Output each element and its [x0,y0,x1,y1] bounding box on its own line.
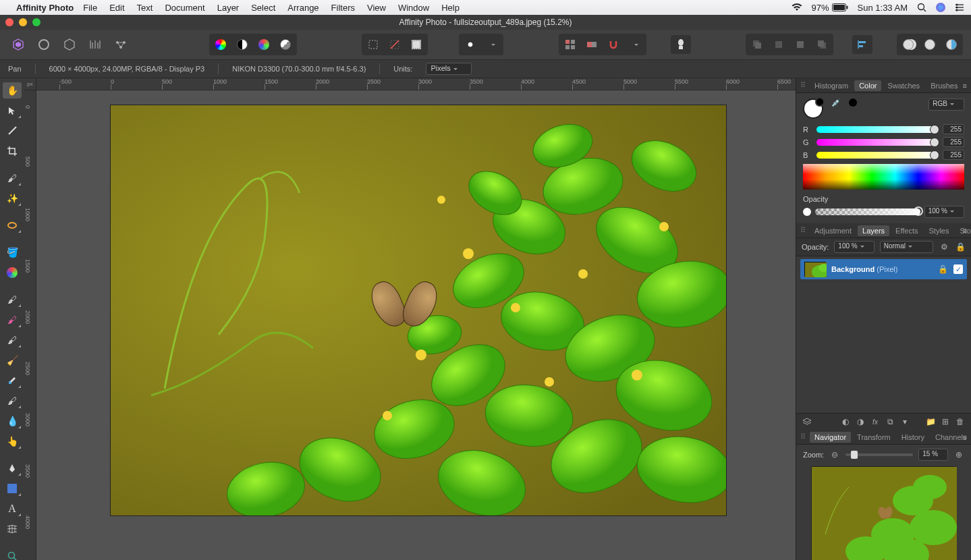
panel-grip-icon[interactable]: ⠿ [800,226,806,235]
adjustment-layer-icon[interactable]: ◑ [855,416,866,427]
paint-mixer-tool[interactable]: 🖌 [3,312,22,328]
move-forward-icon[interactable] [790,35,810,54]
align-left-icon[interactable] [852,35,872,54]
gradient-tool[interactable] [3,264,22,281]
recently-used-color[interactable] [849,99,857,107]
diagonal-icon[interactable] [385,35,405,54]
menu-text[interactable]: Text [137,3,153,13]
move-back-icon[interactable] [747,35,767,54]
assistant-icon[interactable] [671,35,691,54]
green-value[interactable]: 255 [943,137,964,147]
selection-brush-tool[interactable]: 🖌 [3,170,22,186]
tab-swatches[interactable]: Swatches [883,80,924,91]
color-spectrum[interactable] [803,164,964,190]
window-maximize-button[interactable] [32,18,40,26]
tab-layers[interactable]: Layers [858,225,889,236]
zoom-out-icon[interactable]: ⊖ [829,449,840,460]
canvas-viewport[interactable] [36,90,796,560]
marquee-tool[interactable] [3,217,22,233]
eyedropper-icon[interactable]: 💉 [831,99,841,107]
color-chooser-icon[interactable] [211,35,231,54]
panel-grip-icon[interactable]: ⠿ [800,81,806,90]
menu-view[interactable]: View [367,3,386,13]
opacity-slider[interactable] [815,208,920,215]
photo-persona-icon[interactable] [8,35,28,54]
liquify-persona-icon[interactable] [34,35,54,54]
menu-select[interactable]: Select [251,3,275,13]
pixel-grid-icon[interactable] [582,35,602,54]
panel-grip-icon[interactable]: ⠿ [800,432,806,441]
menu-layer[interactable]: Layer [217,3,240,13]
tab-adjustment[interactable]: Adjustment [810,225,856,236]
add-layer-icon[interactable]: ⊞ [940,416,951,427]
menu-window[interactable]: Window [398,3,429,13]
zoom-tool[interactable] [3,548,22,560]
vertical-ruler[interactable]: 05001000150020002500300035004000 [24,90,36,560]
flood-select-tool[interactable]: ✨ [3,190,22,206]
tab-history[interactable]: History [897,432,929,443]
units-select[interactable]: Pixels [426,63,471,75]
zoom-slider[interactable] [845,453,913,456]
horizontal-ruler[interactable]: -500050010001500200025003000350040004500… [36,78,796,90]
blend-mode-select[interactable]: Normal [880,241,933,253]
foreground-color-swatch[interactable] [803,99,823,119]
move-tool[interactable] [3,103,22,119]
siri-icon[interactable] [936,3,945,12]
export-persona-icon[interactable] [111,35,131,54]
menu-filters[interactable]: Filters [331,3,355,13]
tab-transform[interactable]: Transform [852,432,895,443]
mesh-warp-tool[interactable] [3,521,22,537]
red-value[interactable]: 255 [943,124,964,134]
layer-lock-icon[interactable]: 🔒 [955,242,966,252]
red-slider[interactable] [816,126,937,133]
snapping-dropdown[interactable] [625,35,645,54]
green-slider[interactable] [816,139,937,146]
add-shape-icon[interactable] [898,35,918,54]
grayscale-icon[interactable] [232,35,252,54]
zoom-value[interactable]: 15 % [918,449,948,461]
subtract-shape-icon[interactable] [920,35,940,54]
grid-toggle-icon[interactable] [560,35,580,54]
notification-center-icon[interactable] [955,3,964,11]
rectangle-tool[interactable] [3,480,22,497]
tab-navigator[interactable]: Navigator [810,432,851,443]
auto-levels-icon[interactable] [460,35,480,54]
background-color-swatch[interactable] [815,97,825,107]
tab-effects[interactable]: Effects [891,225,922,236]
auto-dropdown[interactable] [482,35,502,54]
layer-visible-checkbox[interactable]: ✓ [953,264,963,274]
layer-row[interactable]: Background (Pixel) 🔒 ✓ [800,259,967,279]
zoom-in-icon[interactable]: ⊕ [953,449,964,460]
layer-opacity-value[interactable]: 100 % [834,241,874,253]
pen-tool[interactable] [3,460,22,476]
view-tool[interactable]: ✋ [3,82,22,99]
lab-color-icon[interactable] [254,35,274,54]
develop-persona-icon[interactable] [59,35,80,54]
clock[interactable]: Sun 1:33 AM [858,3,908,13]
window-minimize-button[interactable] [19,18,27,26]
blur-tool[interactable]: 💧 [3,413,22,429]
healing-brush-tool[interactable]: 🖌 [3,393,22,409]
app-menu[interactable]: Affinity Photo [16,3,74,13]
tab-styles[interactable]: Styles [924,225,954,236]
menu-file[interactable]: File [83,3,97,13]
layer-stack-icon[interactable] [802,416,812,427]
document-canvas[interactable] [111,105,726,515]
layer-locked-icon[interactable]: 🔒 [937,264,948,275]
flood-fill-tool[interactable]: 🪣 [3,244,22,260]
menu-arrange[interactable]: Arrange [287,3,318,13]
delete-layer-icon[interactable]: 🗑 [955,416,966,427]
wifi-status-icon[interactable] [792,3,802,11]
panel-menu-icon[interactable]: ≡ [963,433,967,441]
clone-brush-tool[interactable]: 🧹 [3,352,22,368]
color-picker-tool[interactable] [3,123,22,139]
inpainting-tool[interactable] [3,372,22,389]
fx-icon[interactable]: fx [870,416,881,427]
spotlight-icon[interactable] [917,3,926,12]
opacity-value[interactable]: 100 % [924,206,964,218]
tab-brushes[interactable]: Brushes [926,80,962,91]
intersect-shape-icon[interactable] [941,35,962,54]
crop-tool[interactable] [3,143,22,159]
group-icon[interactable]: 📁 [925,416,936,427]
text-tool[interactable]: A [3,501,22,517]
